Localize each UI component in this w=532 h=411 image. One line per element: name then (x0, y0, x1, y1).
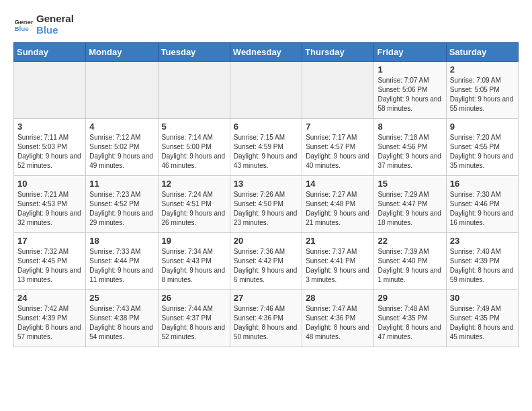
calendar-cell (230, 62, 302, 119)
day-number: 24 (17, 293, 82, 303)
calendar-cell: 16Sunrise: 7:30 AM Sunset: 4:46 PM Dayli… (446, 176, 518, 233)
day-number: 30 (450, 293, 515, 303)
day-number: 20 (234, 236, 298, 246)
calendar-cell: 11Sunrise: 7:23 AM Sunset: 4:52 PM Dayli… (86, 176, 158, 233)
calendar-cell: 5Sunrise: 7:14 AM Sunset: 5:00 PM Daylig… (158, 119, 230, 176)
calendar-cell: 12Sunrise: 7:24 AM Sunset: 4:51 PM Dayli… (158, 176, 230, 233)
day-info: Sunrise: 7:43 AM Sunset: 4:38 PM Dayligh… (89, 304, 154, 342)
logo-icon: General Blue (13, 15, 34, 35)
day-info: Sunrise: 7:44 AM Sunset: 4:37 PM Dayligh… (162, 304, 226, 342)
calendar-table: SundayMondayTuesdayWednesdayThursdayFrid… (13, 42, 519, 347)
day-number: 12 (162, 179, 226, 189)
day-number: 26 (162, 293, 226, 303)
calendar-cell: 23Sunrise: 7:40 AM Sunset: 4:39 PM Dayli… (446, 233, 518, 290)
calendar-cell: 2Sunrise: 7:09 AM Sunset: 5:05 PM Daylig… (446, 62, 518, 119)
day-info: Sunrise: 7:39 AM Sunset: 4:40 PM Dayligh… (378, 247, 442, 285)
logo-general-text: General (36, 13, 74, 25)
calendar-cell: 10Sunrise: 7:21 AM Sunset: 4:53 PM Dayli… (14, 176, 86, 233)
weekday-header-tuesday: Tuesday (158, 43, 230, 62)
logo-blue-text: Blue (36, 25, 74, 36)
day-info: Sunrise: 7:20 AM Sunset: 4:55 PM Dayligh… (450, 133, 515, 171)
calendar-cell: 22Sunrise: 7:39 AM Sunset: 4:40 PM Dayli… (374, 233, 446, 290)
day-number: 4 (89, 122, 154, 132)
weekday-header-sunday: Sunday (14, 43, 86, 62)
day-number: 13 (234, 179, 298, 189)
calendar-cell: 18Sunrise: 7:33 AM Sunset: 4:44 PM Dayli… (86, 233, 158, 290)
day-info: Sunrise: 7:26 AM Sunset: 4:50 PM Dayligh… (234, 190, 298, 228)
day-number: 21 (306, 236, 370, 246)
day-info: Sunrise: 7:23 AM Sunset: 4:52 PM Dayligh… (89, 190, 154, 228)
calendar-cell: 20Sunrise: 7:36 AM Sunset: 4:42 PM Dayli… (230, 233, 302, 290)
day-number: 5 (162, 122, 226, 132)
day-number: 1 (378, 64, 442, 75)
day-info: Sunrise: 7:33 AM Sunset: 4:44 PM Dayligh… (89, 247, 154, 285)
day-number: 9 (450, 122, 515, 132)
calendar-cell: 17Sunrise: 7:32 AM Sunset: 4:45 PM Dayli… (14, 233, 86, 290)
weekday-header-thursday: Thursday (302, 43, 374, 62)
calendar-cell (302, 62, 374, 119)
weekday-header-friday: Friday (374, 43, 446, 62)
day-info: Sunrise: 7:49 AM Sunset: 4:35 PM Dayligh… (450, 304, 515, 342)
day-number: 29 (378, 293, 442, 303)
day-info: Sunrise: 7:12 AM Sunset: 5:02 PM Dayligh… (89, 133, 154, 171)
day-info: Sunrise: 7:30 AM Sunset: 4:46 PM Dayligh… (450, 190, 515, 228)
calendar-cell: 26Sunrise: 7:44 AM Sunset: 4:37 PM Dayli… (158, 290, 230, 347)
calendar-cell: 7Sunrise: 7:17 AM Sunset: 4:57 PM Daylig… (302, 119, 374, 176)
day-number: 10 (17, 179, 82, 189)
day-info: Sunrise: 7:11 AM Sunset: 5:03 PM Dayligh… (17, 133, 82, 171)
day-info: Sunrise: 7:17 AM Sunset: 4:57 PM Dayligh… (306, 133, 370, 171)
day-info: Sunrise: 7:24 AM Sunset: 4:51 PM Dayligh… (162, 190, 226, 228)
day-info: Sunrise: 7:37 AM Sunset: 4:41 PM Dayligh… (306, 247, 370, 285)
day-number: 14 (306, 179, 370, 189)
header: General Blue General Blue (13, 13, 519, 36)
day-number: 23 (450, 236, 515, 246)
day-info: Sunrise: 7:34 AM Sunset: 4:43 PM Dayligh… (162, 247, 226, 285)
day-number: 18 (89, 236, 154, 246)
day-info: Sunrise: 7:18 AM Sunset: 4:56 PM Dayligh… (378, 133, 442, 171)
weekday-header-wednesday: Wednesday (230, 43, 302, 62)
day-number: 2 (450, 64, 515, 75)
week-row-3: 10Sunrise: 7:21 AM Sunset: 4:53 PM Dayli… (14, 176, 519, 233)
weekday-header-monday: Monday (86, 43, 158, 62)
day-info: Sunrise: 7:21 AM Sunset: 4:53 PM Dayligh… (17, 190, 82, 228)
day-info: Sunrise: 7:46 AM Sunset: 4:36 PM Dayligh… (234, 304, 298, 342)
day-info: Sunrise: 7:15 AM Sunset: 4:59 PM Dayligh… (234, 133, 298, 171)
calendar-cell (86, 62, 158, 119)
calendar-cell: 3Sunrise: 7:11 AM Sunset: 5:03 PM Daylig… (14, 119, 86, 176)
calendar-cell: 4Sunrise: 7:12 AM Sunset: 5:02 PM Daylig… (86, 119, 158, 176)
day-info: Sunrise: 7:32 AM Sunset: 4:45 PM Dayligh… (17, 247, 82, 285)
svg-text:Blue: Blue (15, 25, 30, 32)
day-info: Sunrise: 7:48 AM Sunset: 4:35 PM Dayligh… (378, 304, 442, 342)
calendar-cell: 15Sunrise: 7:29 AM Sunset: 4:47 PM Dayli… (374, 176, 446, 233)
day-number: 25 (89, 293, 154, 303)
week-row-5: 24Sunrise: 7:42 AM Sunset: 4:39 PM Dayli… (14, 290, 519, 347)
day-number: 19 (162, 236, 226, 246)
week-row-4: 17Sunrise: 7:32 AM Sunset: 4:45 PM Dayli… (14, 233, 519, 290)
day-info: Sunrise: 7:09 AM Sunset: 5:05 PM Dayligh… (450, 76, 515, 113)
weekday-header-row: SundayMondayTuesdayWednesdayThursdayFrid… (14, 43, 519, 62)
calendar-cell: 8Sunrise: 7:18 AM Sunset: 4:56 PM Daylig… (374, 119, 446, 176)
day-number: 15 (378, 179, 442, 189)
day-info: Sunrise: 7:07 AM Sunset: 5:06 PM Dayligh… (378, 76, 442, 113)
day-number: 17 (17, 236, 82, 246)
calendar-cell (14, 62, 86, 119)
day-info: Sunrise: 7:14 AM Sunset: 5:00 PM Dayligh… (162, 133, 226, 171)
calendar-cell: 24Sunrise: 7:42 AM Sunset: 4:39 PM Dayli… (14, 290, 86, 347)
day-number: 11 (89, 179, 154, 189)
day-number: 16 (450, 179, 515, 189)
day-info: Sunrise: 7:29 AM Sunset: 4:47 PM Dayligh… (378, 190, 442, 228)
calendar-cell: 29Sunrise: 7:48 AM Sunset: 4:35 PM Dayli… (374, 290, 446, 347)
day-number: 27 (234, 293, 298, 303)
weekday-header-saturday: Saturday (446, 43, 518, 62)
svg-text:General: General (15, 17, 34, 25)
calendar-cell: 28Sunrise: 7:47 AM Sunset: 4:36 PM Dayli… (302, 290, 374, 347)
day-number: 7 (306, 122, 370, 132)
calendar-cell: 6Sunrise: 7:15 AM Sunset: 4:59 PM Daylig… (230, 119, 302, 176)
week-row-2: 3Sunrise: 7:11 AM Sunset: 5:03 PM Daylig… (14, 119, 519, 176)
week-row-1: 1Sunrise: 7:07 AM Sunset: 5:06 PM Daylig… (14, 62, 519, 119)
calendar-cell: 13Sunrise: 7:26 AM Sunset: 4:50 PM Dayli… (230, 176, 302, 233)
day-info: Sunrise: 7:47 AM Sunset: 4:36 PM Dayligh… (306, 304, 370, 342)
logo: General Blue General Blue (13, 13, 74, 36)
calendar-cell: 14Sunrise: 7:27 AM Sunset: 4:48 PM Dayli… (302, 176, 374, 233)
calendar-cell: 1Sunrise: 7:07 AM Sunset: 5:06 PM Daylig… (374, 62, 446, 119)
